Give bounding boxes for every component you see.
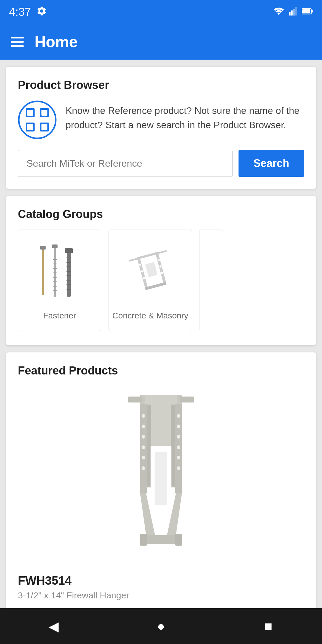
svg-rect-30 <box>65 248 73 253</box>
svg-rect-15 <box>41 124 47 130</box>
fastener-label: Fastener <box>43 311 76 321</box>
svg-point-78 <box>177 466 180 470</box>
recent-button[interactable]: ■ <box>256 614 280 638</box>
svg-rect-55 <box>128 397 142 402</box>
product-browser-icon <box>18 100 57 139</box>
signal-icon <box>289 7 298 17</box>
svg-point-76 <box>177 445 180 449</box>
svg-rect-49 <box>129 258 138 262</box>
back-button[interactable]: ◀ <box>42 614 66 638</box>
svg-point-68 <box>142 425 145 428</box>
svg-point-72 <box>142 466 145 470</box>
svg-rect-40 <box>137 257 148 289</box>
featured-product-description: 3-1/2" x 14" Firewall Hanger <box>18 590 129 600</box>
app-title: Home <box>35 33 78 51</box>
svg-rect-1 <box>291 10 293 16</box>
svg-point-74 <box>177 425 180 428</box>
svg-rect-5 <box>302 9 310 13</box>
svg-rect-54 <box>145 395 177 404</box>
fastener-image <box>27 240 92 306</box>
svg-point-7 <box>19 101 56 138</box>
bottom-nav: ◀ ● ■ <box>0 608 322 644</box>
status-left: 4:37 <box>9 6 47 18</box>
masonry-label: Concrete & Masonry <box>112 311 188 321</box>
svg-rect-42 <box>145 282 167 290</box>
catalog-scroll: Fastener <box>18 230 304 333</box>
home-button[interactable]: ● <box>149 614 173 638</box>
svg-rect-41 <box>155 252 166 284</box>
svg-point-69 <box>142 435 145 439</box>
svg-rect-60 <box>147 405 151 487</box>
catalog-item-partial[interactable] <box>199 230 223 331</box>
svg-point-71 <box>142 456 145 459</box>
svg-rect-66 <box>175 534 182 546</box>
svg-point-75 <box>177 435 180 439</box>
svg-rect-13 <box>41 110 47 116</box>
menu-button[interactable] <box>11 37 24 47</box>
svg-rect-29 <box>67 250 71 297</box>
main-content: Product Browser Know the Reference produ… <box>0 60 322 620</box>
svg-rect-52 <box>145 262 157 277</box>
svg-rect-14 <box>27 124 33 130</box>
svg-rect-64 <box>146 535 176 544</box>
svg-rect-18 <box>54 246 56 297</box>
svg-rect-65 <box>140 534 147 546</box>
status-bar: 4:37 <box>0 0 322 24</box>
svg-rect-12 <box>27 110 33 116</box>
svg-rect-0 <box>289 12 291 16</box>
svg-point-77 <box>177 456 180 459</box>
settings-icon <box>36 6 47 18</box>
svg-rect-3 <box>295 7 297 16</box>
svg-rect-6 <box>311 10 313 13</box>
featured-product-name: FWH3514 <box>18 574 72 587</box>
app-bar: Home <box>0 24 322 60</box>
catalog-item-masonry[interactable]: Concrete & Masonry <box>109 230 192 331</box>
svg-point-73 <box>177 414 180 418</box>
status-right <box>273 7 313 17</box>
svg-rect-19 <box>52 244 58 248</box>
featured-products-title: Featured Products <box>18 364 304 377</box>
svg-rect-17 <box>40 246 46 250</box>
catalog-item-fastener[interactable]: Fastener <box>18 230 101 331</box>
battery-icon <box>302 8 313 16</box>
svg-rect-61 <box>171 405 175 487</box>
svg-rect-80 <box>155 452 167 505</box>
product-browser-info: Know the Reference product? Not sure the… <box>18 100 304 139</box>
svg-rect-16 <box>42 247 44 295</box>
masonry-image <box>117 240 183 306</box>
wifi-icon <box>273 7 284 17</box>
search-input[interactable] <box>18 150 233 177</box>
product-browser-description: Know the Reference product? Not sure the… <box>66 100 304 132</box>
featured-product-image <box>86 386 236 565</box>
status-time: 4:37 <box>9 6 31 18</box>
svg-rect-2 <box>293 9 295 16</box>
product-browser-card: Product Browser Know the Reference produ… <box>6 67 316 189</box>
search-row: Search <box>18 150 304 177</box>
svg-point-70 <box>142 445 145 449</box>
product-browser-title: Product Browser <box>18 79 304 92</box>
svg-rect-50 <box>157 250 167 254</box>
search-button[interactable]: Search <box>239 150 304 177</box>
svg-point-67 <box>142 414 145 418</box>
featured-products-card: Featured Products <box>6 352 316 612</box>
catalog-groups-card: Catalog Groups <box>6 196 316 345</box>
svg-rect-56 <box>180 397 194 402</box>
catalog-groups-title: Catalog Groups <box>18 208 304 221</box>
featured-product[interactable]: FWH3514 3-1/2" x 14" Firewall Hanger <box>18 386 304 600</box>
svg-rect-39 <box>137 252 158 259</box>
